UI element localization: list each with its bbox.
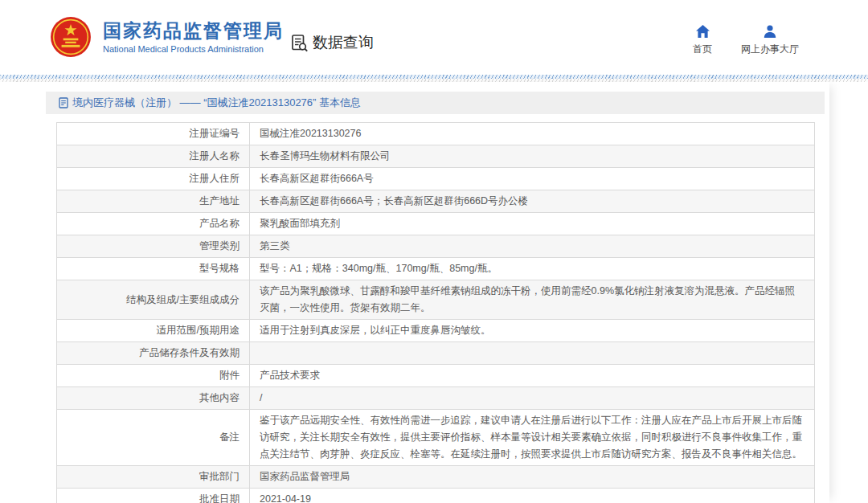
- row-label: 结构及组成/主要组成成分: [57, 280, 250, 320]
- table-row: 注册人住所 长春高新区超群街666A号: [57, 168, 815, 190]
- row-value: 适用于注射到真皮深层，以纠正中重度鼻唇沟皱纹。: [250, 320, 815, 342]
- row-label: 审批部门: [57, 466, 250, 489]
- table-row: 备注 鉴于该产品远期安全性、有效性尚需进一步追踪，建议申请人在注册后进行以下工作…: [57, 410, 815, 466]
- nav-item-home[interactable]: 首页: [688, 24, 717, 56]
- row-label: 生产地址: [57, 190, 250, 213]
- table-row: 适用范围/预期用途 适用于注射到真皮深层，以纠正中重度鼻唇沟皱纹。: [57, 320, 815, 342]
- row-label: 管理类别: [57, 235, 250, 258]
- row-label: 适用范围/预期用途: [57, 320, 250, 342]
- top-nav: 首页 网上办事大厅: [688, 24, 799, 56]
- row-value: 该产品为聚乳酸微球、甘露醇和羧甲基纤维素钠组成的冻干粉，使用前需经0.9%氯化钠…: [250, 280, 815, 320]
- site-header: 国家药品监督管理局 National Medical Products Admi…: [0, 0, 868, 75]
- table-row: 产品储存条件及有效期: [57, 342, 815, 365]
- table-row: 管理类别 第三类: [57, 235, 815, 258]
- table-row: 产品名称 聚乳酸面部填充剂: [57, 213, 815, 235]
- row-value: 聚乳酸面部填充剂: [250, 213, 815, 235]
- national-emblem-icon: [50, 16, 92, 58]
- row-label: 批准日期: [57, 489, 250, 503]
- row-value: 长春高新区超群街666A号: [250, 168, 815, 190]
- logo-text: 国家药品监督管理局 National Medical Products Admi…: [103, 20, 284, 53]
- nav-home-label: 首页: [693, 43, 712, 56]
- row-value: 第三类: [250, 235, 815, 258]
- table-row: 注册人名称 长春圣博玛生物材料有限公司: [57, 145, 815, 168]
- row-value: 2021-04-19: [250, 489, 815, 503]
- nmpa-logo[interactable]: 国家药品监督管理局 National Medical Products Admi…: [50, 16, 284, 58]
- table-row: 注册证编号 国械注准20213130276: [57, 123, 815, 145]
- row-label: 其他内容: [57, 387, 250, 410]
- table-row: 审批部门 国家药品监督管理局: [57, 466, 815, 489]
- page-doc-icon: [59, 97, 68, 108]
- nav-item-service-hall[interactable]: 网上办事大厅: [741, 24, 799, 56]
- row-label: 型号规格: [57, 258, 250, 280]
- table-row: 型号规格 型号：A1；规格：340mg/瓶、170mg/瓶、85mg/瓶。: [57, 258, 815, 280]
- row-value: 型号：A1；规格：340mg/瓶、170mg/瓶、85mg/瓶。: [250, 258, 815, 280]
- row-label: 附件: [57, 365, 250, 387]
- table-row: 其他内容 /: [57, 387, 815, 410]
- user-icon: [763, 24, 777, 39]
- row-value: 国械注准20213130276: [250, 123, 815, 145]
- document-search-icon: [291, 34, 309, 52]
- table-row: 生产地址 长春高新区超群街666A号；长春高新区超群街666D号办公楼: [57, 190, 815, 213]
- row-value: 长春圣博玛生物材料有限公司: [250, 145, 815, 168]
- row-label: 注册人住所: [57, 168, 250, 190]
- row-value: 鉴于该产品远期安全性、有效性尚需进一步追踪，建议申请人在注册后进行以下工作：注册…: [250, 410, 815, 466]
- row-value: [250, 342, 815, 365]
- section-title-bar: 境内医疗器械（注册） —— “国械注准20213130276” 基本信息: [46, 92, 825, 114]
- table-row: 附件 产品技术要求: [57, 365, 815, 387]
- nav-service-hall-label: 网上办事大厅: [741, 43, 799, 56]
- row-value: /: [250, 387, 815, 410]
- org-name-cn: 国家药品监督管理局: [103, 20, 284, 41]
- row-value: 产品技术要求: [250, 365, 815, 387]
- registration-info-table: 注册证编号 国械注准20213130276 注册人名称 长春圣博玛生物材料有限公…: [56, 122, 815, 503]
- row-label: 备注: [57, 410, 250, 466]
- row-label: 产品名称: [57, 213, 250, 235]
- table-row: 批准日期 2021-04-19: [57, 489, 815, 503]
- row-label: 注册人名称: [57, 145, 250, 168]
- row-value: 国家药品监督管理局: [250, 466, 815, 489]
- data-query-tab[interactable]: 数据查询: [291, 32, 374, 53]
- table-row: 结构及组成/主要组成成分 该产品为聚乳酸微球、甘露醇和羧甲基纤维素钠组成的冻干粉…: [57, 280, 815, 320]
- row-value: 长春高新区超群街666A号；长春高新区超群街666D号办公楼: [250, 190, 815, 213]
- content-panel: 境内医疗器械（注册） —— “国械注准20213130276” 基本信息 注册证…: [0, 82, 829, 503]
- org-name-en: National Medical Products Administration: [103, 44, 284, 54]
- row-label: 产品储存条件及有效期: [57, 342, 250, 365]
- row-label: 注册证编号: [57, 123, 250, 145]
- home-icon: [695, 24, 710, 39]
- data-query-label: 数据查询: [313, 32, 374, 53]
- page-title: 境内医疗器械（注册） —— “国械注准20213130276” 基本信息: [72, 96, 361, 110]
- info-table-body: 注册证编号 国械注准20213130276 注册人名称 长春圣博玛生物材料有限公…: [57, 123, 815, 503]
